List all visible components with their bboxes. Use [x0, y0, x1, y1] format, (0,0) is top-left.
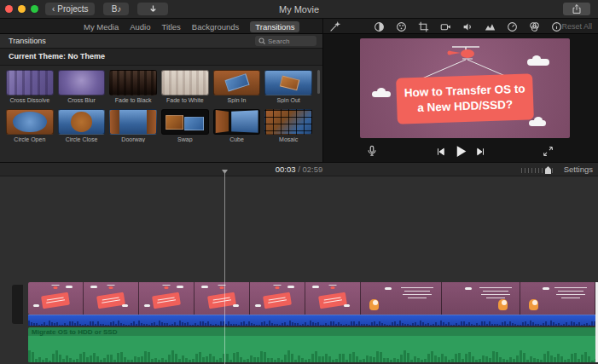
transition-shape	[71, 112, 92, 132]
background-audio-clip[interactable]: Migrate OS to HDD or SSD	[28, 327, 595, 362]
noise-reduction-icon[interactable]	[485, 21, 496, 32]
transition-thumb-swap[interactable]	[161, 109, 209, 135]
video-clip-segment[interactable]	[250, 282, 305, 315]
transition-shape	[279, 75, 299, 90]
video-clip-segment[interactable]	[28, 282, 84, 315]
enhance-wand-icon[interactable]	[329, 21, 340, 32]
slide-sign: How to Transfer OS to a New HDD/SSD?	[396, 73, 534, 124]
transition-shape	[165, 115, 183, 130]
transition-shape	[184, 117, 203, 130]
import-media-button[interactable]	[137, 3, 168, 15]
speed-icon[interactable]	[507, 21, 518, 32]
transitions-grid: Cross DissolveCross BlurFade to BlackFad…	[6, 70, 312, 142]
transition-item-circle-open: Circle Open	[6, 109, 54, 142]
skip-forward-button[interactable]	[476, 147, 486, 157]
mini-sign	[41, 292, 70, 309]
search-field[interactable]	[255, 36, 316, 46]
current-theme-label: Current Theme: No Theme	[9, 49, 105, 65]
zoom-window-button[interactable]	[31, 5, 38, 13]
mini-cloud	[90, 286, 97, 288]
transition-item-cube: Cube	[213, 109, 261, 142]
mini-sign	[96, 292, 125, 309]
transition-thumb-spin-in[interactable]	[213, 70, 261, 95]
transition-thumb-doorway[interactable]	[109, 109, 157, 135]
transition-label: Circle Close	[58, 136, 106, 142]
transition-shape	[216, 110, 229, 133]
media-style-button[interactable]: B♪	[103, 3, 129, 15]
transition-thumb-cross-blur[interactable]	[58, 70, 106, 95]
playhead[interactable]	[224, 170, 225, 364]
minimize-window-button[interactable]	[18, 5, 26, 13]
clip-filter-icon[interactable]	[529, 21, 540, 32]
share-icon	[572, 4, 581, 14]
tab-backgrounds[interactable]: Backgrounds	[192, 22, 239, 32]
title-bar: ‹ Projects B♪ My Movie	[0, 0, 598, 19]
video-clip-segment[interactable]	[139, 282, 194, 315]
video-clip-segment[interactable]	[442, 282, 520, 315]
projects-button[interactable]: ‹ Projects	[45, 3, 95, 15]
video-clip-segment[interactable]	[520, 282, 595, 315]
fullscreen-button[interactable]	[543, 146, 554, 157]
reset-all-button[interactable]: Reset All	[561, 22, 592, 31]
transition-thumb-circle-open[interactable]	[6, 109, 54, 135]
transition-shape	[231, 111, 258, 134]
info-icon[interactable]	[551, 21, 562, 32]
chevron-left-icon: ‹	[52, 4, 55, 14]
video-audio-waveform	[28, 320, 595, 326]
theme-row: Current Theme: No Theme	[0, 49, 322, 66]
cloud-shape	[529, 120, 546, 126]
transition-label: Cross Blur	[58, 97, 106, 103]
transition-label: Cross Dissolve	[6, 97, 54, 103]
video-clip-segment[interactable]	[361, 282, 442, 315]
tab-audio[interactable]: Audio	[130, 22, 150, 32]
timeline-settings-button[interactable]: Settings	[564, 163, 593, 176]
share-button[interactable]	[563, 3, 590, 15]
transition-item-cross-dissolve: Cross Dissolve	[6, 70, 54, 103]
timecode-total: / 02:59	[298, 165, 322, 174]
zoom-slider-thumb[interactable]	[545, 166, 551, 174]
voiceover-mic-button[interactable]	[366, 145, 378, 157]
transition-thumb-fade-to-white[interactable]	[161, 70, 209, 95]
transition-item-fade-to-black: Fade to Black	[109, 70, 157, 103]
play-button[interactable]	[454, 144, 468, 159]
color-balance-icon[interactable]	[374, 21, 385, 32]
video-clip-segment[interactable]	[305, 282, 361, 315]
timeline-zoom-slider[interactable]	[521, 168, 555, 173]
search-input[interactable]	[268, 38, 313, 45]
transition-thumb-mosaic[interactable]	[264, 109, 312, 135]
transition-thumb-spin-out[interactable]	[264, 70, 312, 95]
playback-bar	[323, 142, 598, 162]
browser-scrollbar[interactable]	[317, 70, 320, 94]
transition-item-doorway: Doorway	[109, 109, 157, 142]
tab-transitions[interactable]: Transitions	[250, 21, 299, 32]
video-audio-strip[interactable]	[28, 315, 595, 326]
preview-canvas: How to Transfer OS to a New HDD/SSD?	[360, 38, 570, 138]
video-clip-segment[interactable]	[194, 282, 250, 315]
mini-cloud	[385, 287, 392, 290]
skip-back-button[interactable]	[436, 147, 446, 157]
transition-thumb-cube[interactable]	[213, 109, 261, 135]
transition-thumb-cross-dissolve[interactable]	[6, 70, 54, 95]
transition-label: Circle Open	[6, 136, 54, 142]
transition-item-circle-close: Circle Close	[58, 109, 106, 142]
media-tabs: My MediaAudioTitlesBackgroundsTransition…	[84, 19, 299, 34]
mini-cloud	[144, 304, 150, 307]
transition-label: Swap	[161, 136, 209, 142]
color-correction-icon[interactable]	[396, 21, 407, 32]
close-window-button[interactable]	[5, 5, 13, 13]
timeline-area[interactable]: Migrate OS to HDD or SSD	[0, 176, 598, 364]
crop-icon[interactable]	[418, 21, 429, 32]
transition-shape	[110, 110, 119, 134]
tab-my-media[interactable]: My Media	[84, 22, 119, 32]
video-track[interactable]	[28, 282, 595, 315]
projects-button-label: Projects	[57, 4, 88, 14]
transition-thumb-circle-close[interactable]	[58, 109, 106, 135]
slide-title-text: How to Transfer OS to a New HDD/SSD?	[403, 82, 526, 116]
tab-titles[interactable]: Titles	[162, 22, 181, 32]
transition-label: Mosaic	[264, 136, 312, 142]
transition-thumb-fade-to-black[interactable]	[109, 70, 157, 95]
transitions-browser: Transitions Current Theme: No Theme Cros…	[0, 34, 322, 162]
volume-icon[interactable]	[462, 21, 473, 32]
stabilization-icon[interactable]	[440, 21, 451, 32]
video-clip-segment[interactable]	[84, 282, 139, 315]
